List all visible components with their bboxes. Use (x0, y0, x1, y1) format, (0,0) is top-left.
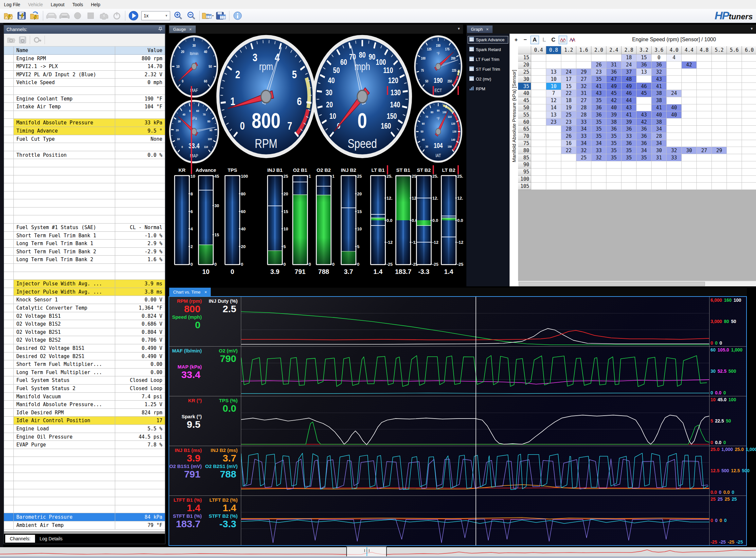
table-cell[interactable] (682, 111, 697, 119)
graph-tool-+[interactable]: + (512, 36, 520, 44)
open-log-button[interactable] (2, 10, 15, 22)
table-cell[interactable] (652, 183, 667, 190)
table-cell[interactable] (742, 97, 756, 104)
channel-row[interactable]: Intake Air Temp104 °F (4, 103, 165, 111)
channel-row-selector[interactable] (4, 473, 14, 481)
table-cell[interactable] (727, 126, 742, 133)
table-cell[interactable] (697, 161, 712, 169)
table-cell[interactable] (652, 176, 667, 183)
channel-row[interactable] (4, 215, 165, 224)
table-cell[interactable]: 13 (546, 69, 561, 76)
table-cell[interactable] (697, 54, 712, 61)
channel-row[interactable]: Manifold Absolute Pressure...1.25 V (4, 401, 165, 409)
channel-row-selector[interactable] (4, 513, 14, 521)
table-cell[interactable] (591, 161, 606, 169)
table-cell[interactable]: 31 (652, 154, 667, 161)
table-cell[interactable]: 31 (576, 90, 591, 97)
channel-row-selector[interactable] (4, 449, 14, 457)
channel-row[interactable]: Fuel System StatusClosed Loop (4, 376, 165, 384)
table-cell[interactable]: 33 (667, 154, 682, 161)
table-cell[interactable] (531, 133, 546, 140)
table-cell[interactable] (667, 183, 682, 190)
open-layout-button[interactable] (202, 10, 214, 22)
table-cell[interactable] (727, 97, 742, 104)
row-header-75[interactable]: 75 (518, 140, 531, 147)
channel-row[interactable]: Manifold Absolute Pressure33 kPa (4, 119, 165, 127)
table-cell[interactable]: 35 (591, 97, 606, 104)
table-cell[interactable]: 26 (591, 61, 606, 69)
table-cell[interactable] (576, 176, 591, 183)
column-header-5.2[interactable]: 5.2 (712, 46, 727, 54)
table-cell[interactable] (591, 54, 606, 61)
table-cell[interactable]: 38 (606, 119, 622, 126)
table-cell[interactable]: 33 (622, 133, 636, 140)
channel-row[interactable]: MPVI2 PL A/D Input 2 (Blue)2.32 V (4, 71, 165, 79)
table-cell[interactable] (652, 161, 667, 169)
scrollbar-thumb[interactable] (519, 282, 705, 286)
table-cell[interactable] (591, 169, 606, 176)
table-cell[interactable] (712, 54, 727, 61)
channel-row[interactable] (4, 192, 165, 200)
graph-tool-−[interactable]: − (521, 36, 529, 44)
stop-button[interactable] (84, 10, 97, 22)
table-cell[interactable]: 15 (636, 54, 652, 61)
play-button[interactable] (127, 10, 140, 22)
channel-row-selector[interactable] (4, 497, 14, 505)
channel-row[interactable]: Knock Sensor 10.00 V (4, 296, 165, 304)
table-cell[interactable] (727, 169, 742, 176)
table-cell[interactable]: 35 (622, 154, 636, 161)
table-cell[interactable] (712, 90, 727, 97)
channel-row[interactable] (4, 143, 165, 151)
table-cell[interactable]: 35 (636, 154, 652, 161)
table-cell[interactable] (727, 140, 742, 147)
menu-item-layout[interactable]: Layout (47, 1, 68, 8)
table-cell[interactable] (727, 154, 742, 161)
table-cell[interactable]: 35 (606, 147, 622, 154)
table-cell[interactable]: 18 (561, 97, 576, 104)
save-log-button[interactable] (16, 10, 28, 22)
table-cell[interactable]: 39 (622, 119, 636, 126)
wave2-icon[interactable] (569, 36, 576, 44)
row-header-70[interactable]: 70 (518, 133, 531, 140)
channel-row-selector[interactable] (4, 457, 14, 465)
table-cell[interactable]: 40 (606, 104, 622, 111)
table-cell[interactable]: 38 (652, 119, 667, 126)
channel-row-selector[interactable] (4, 328, 14, 336)
table-cell[interactable] (667, 83, 682, 90)
table-cell[interactable]: 25 (561, 111, 576, 119)
table-cell[interactable] (636, 104, 652, 111)
table-cell[interactable] (622, 169, 636, 176)
table-cell[interactable]: 28 (576, 104, 591, 111)
table-cell[interactable] (727, 54, 742, 61)
table-cell[interactable] (576, 161, 591, 169)
table-cell[interactable]: 16 (561, 140, 576, 147)
table-cell[interactable] (546, 154, 561, 161)
table-cell[interactable] (576, 169, 591, 176)
table-cell[interactable] (667, 97, 682, 104)
channel-row-selector[interactable] (4, 272, 14, 280)
table-cell[interactable]: 35 (622, 147, 636, 154)
close-icon[interactable]: × (486, 27, 488, 32)
table-cell[interactable] (546, 176, 561, 183)
row-header-105[interactable]: 105 (518, 183, 531, 190)
table-cell[interactable] (742, 154, 756, 161)
table-cell[interactable] (697, 111, 712, 119)
channel-row[interactable]: Throttle Position0.0 % (4, 151, 165, 159)
column-header-1.6[interactable]: 1.6 (576, 46, 591, 54)
channel-row-selector[interactable] (4, 192, 14, 199)
channel-row-selector[interactable] (4, 441, 14, 449)
table-cell[interactable] (712, 97, 727, 104)
table-cell[interactable]: 22 (561, 147, 576, 154)
overview-selection-window[interactable] (346, 546, 387, 557)
channel-row[interactable] (4, 489, 165, 498)
channel-row[interactable] (4, 111, 165, 119)
table-cell[interactable] (561, 183, 576, 190)
table-cell[interactable] (546, 147, 561, 154)
table-cell[interactable]: 19 (561, 104, 576, 111)
channel-row[interactable]: Fuel System Status 2Closed Loop (4, 384, 165, 393)
table-cell[interactable] (712, 183, 727, 190)
channel-row[interactable]: Engine RPM800 rpm (4, 55, 165, 63)
table-cell[interactable] (712, 69, 727, 76)
row-header-80[interactable]: 80 (518, 147, 531, 154)
channel-row[interactable] (4, 505, 165, 513)
